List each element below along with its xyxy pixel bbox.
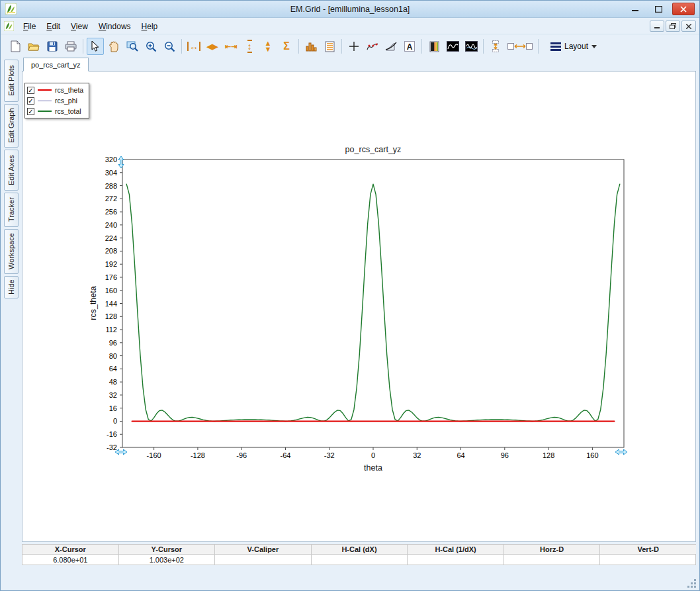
status-value-h-cal-1dx [407, 555, 503, 565]
shift-up-down-button[interactable]: ▲▼ [259, 38, 277, 55]
image-plot-button[interactable] [425, 38, 443, 55]
mdi-minimize-icon [654, 24, 660, 29]
sidebar-tab-edit-axes[interactable]: Edit Axes [4, 150, 19, 191]
zoom-out-button[interactable] [161, 38, 178, 55]
menu-bar: File Edit View Windows Help [1, 19, 699, 34]
menu-file[interactable]: File [18, 20, 41, 33]
print-button[interactable] [62, 38, 79, 55]
y-tick-label: 256 [105, 208, 117, 216]
open-folder-icon [28, 42, 40, 52]
open-folder-button[interactable] [25, 38, 42, 55]
legend-line-sample [38, 101, 52, 101]
document-tab[interactable]: po_rcs_cart_yz [23, 58, 89, 71]
y-tick-label: 208 [105, 247, 117, 255]
horizontal-limits-button[interactable] [505, 38, 535, 55]
horizontal-limits-icon [507, 42, 533, 51]
fit-height-icon: ↕ [247, 40, 252, 53]
mdi-close-button[interactable] [681, 21, 696, 32]
status-header: V-Caliper [214, 544, 311, 555]
waveform-2-button[interactable] [462, 38, 480, 55]
sidebar-tab-hide[interactable]: Hide [4, 276, 19, 298]
crosshair-button[interactable] [345, 38, 363, 55]
app-window: EM.Grid - [emillumina_lesson1a] File Edi… [0, 0, 700, 591]
legend-item-rcs-total[interactable]: ✓ rcs_total [27, 106, 83, 116]
y-tick-label: 160 [105, 287, 117, 295]
data-columns-button[interactable] [321, 38, 338, 55]
chart-area: po_rcs_cart_yz rcs_theta theta -32-16016… [22, 71, 696, 542]
slope-marker-icon [385, 41, 397, 52]
y-tick-label: -32 [107, 443, 117, 451]
toolbar-separator [421, 39, 422, 54]
histogram-icon [306, 41, 317, 52]
y-tick-label: 224 [105, 234, 117, 242]
toolbar-separator [538, 39, 539, 54]
legend-line-sample [38, 89, 52, 91]
svg-text:A: A [407, 42, 413, 52]
menu-view[interactable]: View [66, 20, 93, 33]
fit-height-button[interactable]: ↕ [241, 38, 258, 55]
save-button[interactable] [44, 38, 61, 55]
zoom-window-icon [126, 40, 138, 52]
mdi-minimize-button[interactable] [650, 21, 664, 32]
x-tick-label: 0 [371, 451, 375, 459]
minimize-button[interactable] [626, 3, 644, 15]
zoom-window-button[interactable] [124, 38, 141, 55]
status-value-x-cursor: 6.080e+01 [22, 555, 118, 565]
chart[interactable]: po_rcs_cart_yz rcs_theta theta -32-16016… [22, 71, 695, 541]
menu-edit[interactable]: Edit [41, 20, 66, 33]
layout-icon [550, 42, 561, 51]
zoom-in-button[interactable] [142, 38, 159, 55]
status-value-horz-d [503, 555, 600, 565]
mdi-restore-button[interactable] [666, 21, 680, 32]
checkbox-checked-icon[interactable]: ✓ [27, 87, 34, 94]
select-cursor-button[interactable] [87, 38, 104, 55]
layout-dropdown-button[interactable]: Layout [545, 38, 602, 55]
close-button[interactable] [672, 3, 695, 15]
checkbox-checked-icon[interactable]: ✓ [27, 108, 34, 115]
chevron-down-icon [591, 45, 597, 48]
y-tick-label: 96 [109, 339, 117, 347]
close-icon [680, 6, 687, 13]
curve-markers-button[interactable] [364, 38, 381, 55]
sidebar-tab-edit-graph[interactable]: Edit Graph [4, 104, 19, 148]
new-document-button[interactable] [7, 38, 24, 55]
autoscale-sum-icon: Σ [283, 42, 290, 51]
text-annotation-button[interactable]: A [401, 38, 418, 55]
curve-markers-icon [367, 41, 378, 52]
checkbox-checked-icon[interactable]: ✓ [27, 97, 34, 105]
axis-handle-vertical[interactable] [118, 156, 124, 168]
zoom-out-icon [163, 40, 175, 52]
x-tick-label: 96 [501, 451, 509, 459]
y-tick-label: 128 [105, 312, 117, 320]
sidebar-tab-tracker[interactable]: Tracker [4, 193, 19, 227]
sidebar-tab-edit-plots[interactable]: Edit Plots [4, 60, 19, 102]
vertical-limits-button[interactable] [487, 38, 504, 55]
page-left-right-button[interactable]: ⇤⇥ [222, 38, 240, 55]
menu-windows[interactable]: Windows [93, 20, 136, 33]
pan-hand-button[interactable] [105, 38, 122, 55]
resize-grip[interactable] [687, 578, 697, 588]
legend: ✓ rcs_theta ✓ rcs_phi ✓ rcs_total [24, 83, 89, 118]
legend-item-rcs-phi[interactable]: ✓ rcs_phi [27, 95, 83, 106]
autoscale-sum-button[interactable]: Σ [278, 38, 295, 55]
y-tick-label: 144 [105, 300, 117, 308]
y-tick-label: 0 [113, 417, 117, 425]
plot-canvas: po_rcs_cart_yz po_rcs_cart_yz rcs_theta … [22, 58, 696, 542]
title-bar: EM.Grid - [emillumina_lesson1a] [1, 1, 699, 18]
waveform-1-button[interactable] [444, 38, 461, 55]
menu-help[interactable]: Help [136, 20, 163, 33]
histogram-button[interactable] [302, 38, 320, 55]
slope-marker-button[interactable] [382, 38, 400, 55]
axis-handle-horizontal[interactable] [615, 449, 627, 455]
shift-left-right-button[interactable]: ◀▶ [204, 38, 221, 55]
y-axis-label: rcs_theta [89, 286, 98, 320]
save-icon [47, 41, 58, 52]
sidebar-tab-workspace[interactable]: Workspace [4, 229, 19, 274]
shift-up-down-icon: ▲▼ [265, 40, 272, 52]
toolbar-separator [483, 39, 484, 54]
maximize-button[interactable] [649, 3, 668, 15]
legend-item-rcs-theta[interactable]: ✓ rcs_theta [27, 85, 83, 95]
x-tick-label: -160 [147, 451, 161, 459]
image-plot-icon [429, 41, 439, 52]
fit-width-button[interactable]: ↔ [185, 38, 202, 55]
